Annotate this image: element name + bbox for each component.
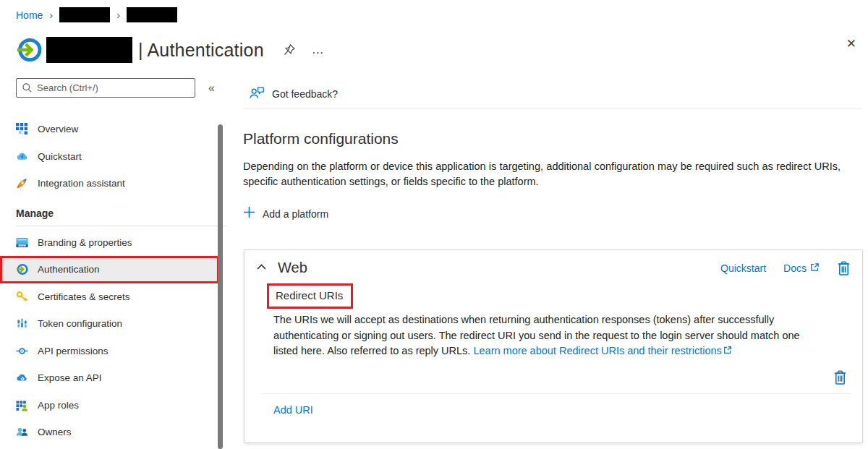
delete-uri-icon[interactable] <box>833 369 847 385</box>
feedback-icon <box>250 86 265 103</box>
search-icon <box>22 82 33 96</box>
search-input[interactable] <box>16 78 195 98</box>
sidebar-item-label: Quickstart <box>38 151 82 162</box>
redirect-uri-row <box>244 369 862 385</box>
more-options-button[interactable]: … <box>310 41 326 59</box>
add-platform-label: Add a platform <box>263 208 328 220</box>
sidebar-item-label: App roles <box>38 400 79 411</box>
page-title: | Authentication <box>138 40 264 61</box>
divider <box>16 226 227 226</box>
redirect-uris-annotation-box: Redirect URIs <box>267 283 353 309</box>
owners-icon <box>16 426 28 438</box>
sidebar-item-overview[interactable]: Overview <box>0 116 243 143</box>
branding-icon: www <box>16 236 28 249</box>
quickstart-link[interactable]: Quickstart <box>720 262 766 274</box>
quickstart-icon <box>16 150 28 163</box>
sidebar-nav: Overview Quickstart <box>0 116 243 446</box>
sidebar-scrollbar[interactable] <box>218 124 223 449</box>
sidebar-item-token-configuration[interactable]: Token configuration <box>0 310 243 338</box>
sidebar-item-integration-assistant[interactable]: Integration assistant <box>0 170 243 197</box>
external-link-icon <box>810 262 820 274</box>
breadcrumb-redacted-item[interactable] <box>59 7 110 22</box>
redacted-app-name <box>46 37 132 63</box>
authentication-icon <box>16 263 28 275</box>
breadcrumb: Home › › <box>16 7 177 22</box>
sidebar-item-branding-properties[interactable]: www Branding & properties <box>0 229 243 257</box>
app-registration-authentication-page: Home › › | Authentication … ✕ <box>0 0 868 449</box>
ellipsis-icon: … <box>312 43 325 57</box>
key-icon <box>16 291 28 303</box>
overview-icon <box>16 123 28 135</box>
sidebar-item-label: Certificates & secrets <box>38 291 130 302</box>
pin-button[interactable] <box>281 42 297 58</box>
main-content: Got feedback? Platform configurations De… <box>243 78 868 449</box>
platform-configurations-description: Depending on the platform or device this… <box>243 159 841 189</box>
web-card-title: Web <box>278 260 307 276</box>
token-configuration-icon <box>16 317 28 330</box>
expose-api-icon <box>16 372 28 384</box>
api-permissions-icon <box>16 345 28 357</box>
sidebar-item-expose-an-api[interactable]: Expose an API <box>0 364 243 392</box>
svg-text:www: www <box>17 244 26 247</box>
sidebar-item-quickstart[interactable]: Quickstart <box>0 143 243 171</box>
sidebar-item-label: Integration assistant <box>38 178 125 189</box>
integration-assistant-icon <box>16 177 28 189</box>
sidebar-item-app-roles[interactable]: App roles <box>0 392 243 419</box>
divider <box>262 393 851 394</box>
breadcrumb-separator: › <box>48 9 54 20</box>
collapse-sidebar-button[interactable]: « <box>205 80 218 96</box>
sidebar-item-label: Token configuration <box>38 318 122 329</box>
breadcrumb-separator: › <box>116 9 121 20</box>
sidebar-item-label: API permissions <box>38 346 109 356</box>
external-link-icon <box>723 345 732 356</box>
divider <box>243 108 862 109</box>
redirect-uris-description: The URIs we will accept as destinations … <box>273 312 826 359</box>
breadcrumb-home-link[interactable]: Home <box>16 9 43 21</box>
sidebar-item-api-permissions[interactable]: API permissions <box>0 338 243 365</box>
chevron-up-icon <box>256 262 267 273</box>
sidebar-item-label: Owners <box>38 427 72 437</box>
sidebar-section-manage: Manage <box>0 205 243 221</box>
learn-more-link[interactable]: Learn more about Redirect URIs and their… <box>473 345 731 356</box>
delete-web-platform-icon[interactable] <box>837 260 851 276</box>
sidebar-item-label: Overview <box>38 124 78 134</box>
sidebar-item-authentication[interactable]: Authentication <box>0 256 219 283</box>
sidebar-item-owners[interactable]: Owners <box>0 419 243 446</box>
got-feedback-button[interactable]: Got feedback? <box>243 78 868 104</box>
add-uri-link[interactable]: Add URI <box>273 404 313 416</box>
web-platform-card: Web Quickstart Docs Redirect URIs The UR… <box>244 249 863 443</box>
breadcrumb-redacted-item[interactable] <box>127 7 177 22</box>
feedback-label: Got feedback? <box>272 88 338 100</box>
redirect-uris-heading: Redirect URIs <box>276 289 343 302</box>
sidebar: « Overview <box>0 78 243 449</box>
sidebar-item-certificates-secrets[interactable]: Certificates & secrets <box>0 283 243 311</box>
add-platform-button[interactable]: Add a platform <box>243 206 328 221</box>
page-header: | Authentication … ✕ <box>16 29 868 71</box>
pin-icon <box>283 43 296 56</box>
app-registration-auth-icon <box>16 37 42 63</box>
sidebar-item-label: Expose an API <box>38 372 102 383</box>
app-roles-icon <box>16 399 28 411</box>
platform-configurations-heading: Platform configurations <box>243 130 868 147</box>
docs-link[interactable]: Docs <box>783 262 820 274</box>
close-icon[interactable]: ✕ <box>846 36 856 51</box>
sidebar-item-label: Branding & properties <box>38 237 132 248</box>
sidebar-item-label: Authentication <box>38 264 100 275</box>
plus-icon <box>243 206 255 221</box>
collapse-web-card-button[interactable] <box>255 261 268 275</box>
